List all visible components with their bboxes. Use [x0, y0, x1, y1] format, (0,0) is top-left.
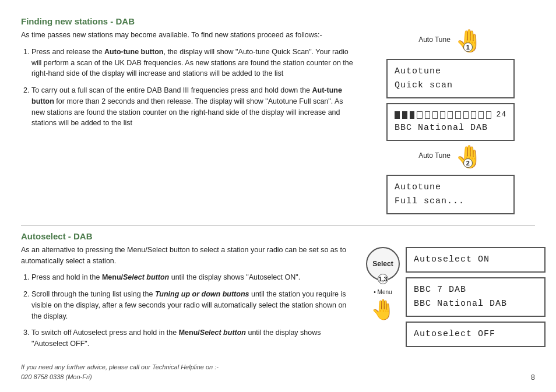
autoselect-bold-2: Tuning up or down buttons	[155, 290, 249, 298]
autoselect-item-1: Press and hold in the Menu/Select button…	[31, 272, 356, 283]
footer-line1: If you need any further advice, please c…	[21, 362, 219, 372]
select-number: 1,3	[378, 274, 388, 284]
autotune2-line1: Autotune	[395, 181, 506, 195]
autotune1-hand: 🤚 1	[455, 30, 483, 52]
dab-list-item-1: Press and release the Auto-tune button, …	[31, 47, 356, 79]
autoselect-heading: Autoselect - DAB	[21, 231, 535, 241]
progress-empty-4	[440, 111, 445, 119]
progress-empty-10	[486, 111, 491, 119]
autoselect-off-display: Autoselect OFF	[406, 322, 546, 347]
dab-bold-2: Aut-tune button	[31, 86, 342, 105]
autoselect-on-display: Autoselect ON	[406, 247, 546, 273]
dab-section-heading: Finding new stations - DAB	[21, 16, 535, 26]
autoselect-list: Press and hold in the Menu/Select button…	[21, 272, 356, 349]
autoselect-bbc-line1: BBC 7 DAB	[414, 283, 537, 297]
page-number: 8	[531, 373, 535, 382]
progress-empty-7	[463, 111, 469, 119]
autoselect-section: Autoselect - DAB As an alternative to pr…	[21, 231, 535, 355]
select-menu-text: • Menu	[374, 289, 392, 295]
progress-filled-3	[410, 111, 415, 119]
progress-display: 24 BBC National DAB	[386, 103, 515, 141]
autotune1-line1: Autotune	[395, 65, 506, 79]
autoselect-text-col: As an alternative to pressing the Menu/S…	[21, 245, 366, 355]
autoselect-item-3: To switch off Autoselect press and hold …	[31, 327, 356, 349]
dab-visual-col: Auto Tune 🤚 1 Autotune Quick scan	[366, 30, 535, 214]
footer: If you need any further advice, please c…	[21, 362, 535, 382]
dab-intro: As time passes new stations may become a…	[21, 30, 356, 41]
progress-empty-3	[432, 111, 438, 119]
progress-empty-9	[478, 111, 484, 119]
autoselect-bbc-display: BBC 7 DAB BBC National DAB	[406, 277, 546, 317]
autotune1-display: Autotune Quick scan	[386, 59, 515, 98]
page: Finding new stations - DAB As time passe…	[0, 0, 556, 392]
progress-empty-6	[455, 111, 460, 119]
autoselect-intro: As an alternative to pressing the Menu/S…	[21, 245, 356, 267]
autoselect-visual-col: Select 1,3 • Menu 🤚 Autoselect ON BBC 7 …	[366, 245, 535, 355]
section-divider	[21, 225, 535, 225]
autotune1-group: Auto Tune 🤚 1	[418, 30, 483, 52]
autotune1-line2: Quick scan	[395, 79, 506, 93]
progress-bar-row: 24	[395, 109, 506, 121]
dab-list-item-2: To carry out a full scan of the entire D…	[31, 85, 356, 129]
autoselect-item-2: Scroll through the tuning list using the…	[31, 289, 356, 322]
autoselect-off-line1: Autoselect OFF	[414, 327, 537, 341]
progress-empty-5	[448, 111, 453, 119]
autoselect-bold-3: Menu/Select button	[179, 329, 246, 337]
progress-empty-2	[425, 111, 430, 119]
autoselect-bold-1: Menu/Select button	[102, 273, 169, 281]
progress-empty-1	[417, 111, 422, 119]
progress-filled-2	[402, 111, 407, 119]
autotune2-hand: 🤚 2	[455, 146, 483, 168]
dab-text-col: As time passes new stations may become a…	[21, 30, 366, 214]
footer-text: If you need any further advice, please c…	[21, 362, 219, 382]
autotune1-label: Auto Tune	[418, 36, 451, 44]
progress-filled-1	[395, 111, 400, 119]
progress-empty-8	[471, 111, 476, 119]
select-button-text: Select	[372, 260, 393, 268]
dab-list: Press and release the Auto-tune button, …	[21, 47, 356, 129]
footer-line2: 020 8758 0338 (Mon-Fri)	[21, 372, 219, 382]
hand2-number: 2	[463, 158, 473, 168]
hand1-number: 1	[463, 43, 473, 52]
dab-section: Finding new stations - DAB As time passe…	[21, 16, 535, 214]
progress-count: 24	[496, 109, 506, 121]
progress-line2: BBC National DAB	[395, 121, 506, 135]
autotune2-label: Auto Tune	[418, 151, 451, 160]
autotune2-group: Auto Tune 🤚 2	[418, 146, 483, 168]
dab-bold-1: Auto-tune button	[104, 48, 163, 56]
autotune2-display: Autotune Full scan...	[386, 175, 515, 214]
select-button-group: Select 1,3 • Menu 🤚	[366, 247, 400, 321]
select-button-circle: Select 1,3	[366, 247, 400, 281]
autotune2-line2: Full scan...	[395, 195, 506, 209]
select-hand-icon: 🤚	[371, 298, 395, 321]
autoselect-on-line1: Autoselect ON	[414, 253, 537, 267]
autoselect-displays: Autoselect ON BBC 7 DAB BBC National DAB…	[406, 247, 546, 347]
autoselect-bbc-line2: BBC National DAB	[414, 297, 537, 311]
